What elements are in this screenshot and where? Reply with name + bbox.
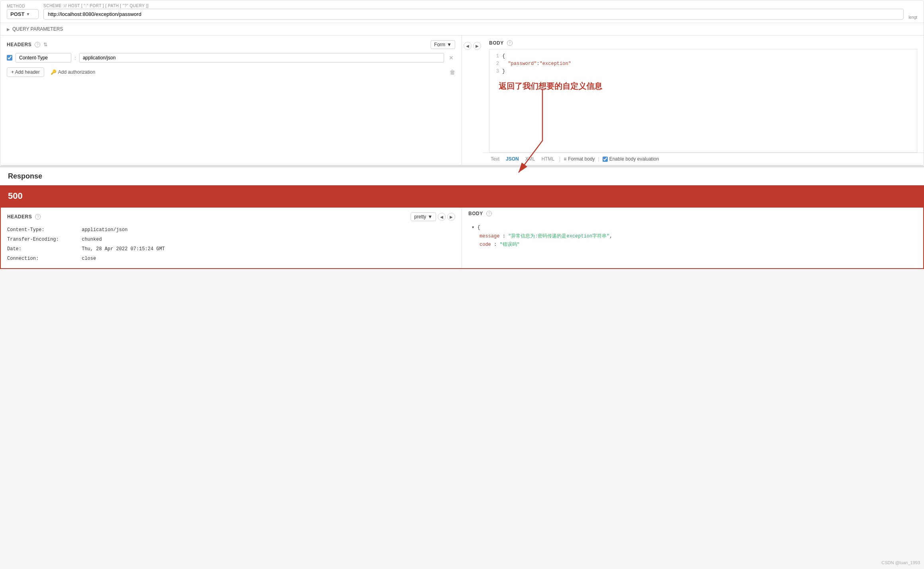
resp-body-brace-open: ▾ {	[472, 224, 914, 232]
headers-help-icon[interactable]: ?	[35, 42, 40, 47]
add-authorization-button[interactable]: 🔑 Add authorization	[47, 68, 98, 77]
enable-eval-label: Enable body evaluation	[603, 156, 659, 162]
resp-headers-title-group: HEADERS ?	[7, 214, 41, 220]
status-row: 500	[0, 185, 924, 207]
form-select[interactable]: Form ▼	[431, 40, 455, 49]
pretty-label: pretty	[414, 214, 426, 220]
code-content-2: "password":"exception"	[502, 60, 914, 68]
split-panel: HEADERS ? ⇅ Form ▼ : ✕ + Ad	[0, 35, 924, 165]
response-body-panel: BODY ? ▾ { message : "异常信息为:密码传递的是except…	[462, 208, 923, 268]
resp-header-row-2: Date: Thu, 28 Apr 2022 07:15:24 GMT	[7, 244, 455, 254]
add-header-button[interactable]: + Add header	[7, 67, 44, 77]
resp-header-key-3: Connection:	[7, 254, 79, 263]
pretty-select[interactable]: pretty ▼	[411, 212, 436, 221]
method-select[interactable]: POST ▼	[7, 9, 39, 19]
resp-message-key: message	[480, 233, 499, 239]
resp-header-val-0: application/json	[82, 227, 127, 233]
response-headers-list: Content-Type: application/json Transfer-…	[7, 225, 455, 263]
body-help-icon[interactable]: ?	[507, 40, 513, 46]
form-label: Form	[434, 42, 445, 47]
response-headers-panel: HEADERS ? pretty ▼ ◀ ▶ Content-Type: app…	[1, 208, 462, 268]
body-title: BODY	[489, 40, 504, 46]
resp-body-message-row: message : "异常信息为:密码传递的是exception字符串",	[472, 232, 914, 241]
code-content-3: }	[502, 68, 914, 75]
resp-code-value: "错误码"	[499, 242, 519, 247]
resp-message-value: "异常信息为:密码传递的是exception字符串"	[508, 233, 609, 239]
url-section: SCHEME :// HOST [ ":" PORT ] [ PATH [ "?…	[43, 4, 904, 20]
body-tab-text[interactable]: Text	[489, 155, 501, 163]
code-content-1: {	[502, 53, 914, 60]
status-bar-left: 500	[0, 185, 462, 207]
add-header-label: + Add header	[11, 69, 40, 75]
response-body-section: HEADERS ? pretty ▼ ◀ ▶ Content-Type: app…	[0, 207, 924, 269]
query-params-triangle-icon: ▶	[7, 27, 10, 31]
resp-header-row-1: Transfer-Encoding: chunked	[7, 235, 455, 244]
resp-header-val-2: Thu, 28 Apr 2022 07:15:24 GMT	[82, 246, 165, 252]
method-chevron-icon: ▼	[26, 12, 30, 16]
resp-body-title-group: BODY ?	[468, 211, 492, 216]
collapse-left-icon[interactable]: ◀	[464, 42, 472, 50]
headers-title-group: HEADERS ? ⇅	[7, 42, 47, 47]
query-params-toggle[interactable]: ▶ QUERY PARAMETERS	[7, 26, 917, 32]
resp-code-key: code	[480, 242, 491, 247]
resp-header-row-3: Connection: close	[7, 254, 455, 263]
resp-collapse-left-icon[interactable]: ◀	[438, 213, 446, 221]
response-title: Response	[8, 172, 42, 181]
headers-sort-icon[interactable]: ⇅	[43, 42, 47, 47]
body-header: BODY ?	[483, 35, 924, 49]
code-line-3: 3 }	[493, 68, 914, 75]
pretty-chevron-icon: ▼	[428, 214, 433, 220]
resp-header-row-0: Content-Type: application/json	[7, 225, 455, 235]
body-section-wrapper: ◀ ▶ BODY ? 1	[462, 35, 924, 165]
add-auth-label: Add authorization	[58, 69, 95, 75]
annotation-arrow-svg	[515, 81, 578, 192]
resp-header-key-2: Date:	[7, 244, 79, 254]
json-string-exception: "exception"	[540, 61, 571, 67]
method-section: METHOD POST ▼	[7, 4, 39, 19]
response-headers-help-icon[interactable]: ?	[35, 214, 41, 220]
response-headers-title: HEADERS	[7, 214, 32, 220]
collapse-right-icon[interactable]: ▶	[473, 42, 481, 50]
resp-body-help-icon[interactable]: ?	[486, 211, 492, 216]
resp-header-val-3: close	[82, 256, 96, 261]
response-header: Response	[0, 167, 924, 185]
query-params-label: QUERY PARAMETERS	[12, 26, 63, 32]
annotation-text: 返回了我们想要的自定义信息	[499, 81, 602, 92]
headers-panel-header: HEADERS ? ⇅ Form ▼	[7, 40, 455, 49]
method-label: METHOD	[7, 4, 39, 8]
header-colon-0: :	[74, 55, 76, 61]
header-key-input-0[interactable]	[16, 53, 71, 63]
method-value: POST	[10, 11, 24, 17]
body-tab-separator-2: |	[598, 156, 599, 162]
enable-eval-text: Enable body evaluation	[609, 156, 659, 162]
header-row-0: : ✕	[7, 53, 455, 63]
headers-title: HEADERS	[7, 42, 31, 47]
response-section: Response 500 HEADERS ? pretty ▼ ◀	[0, 166, 924, 269]
resp-expand-toggle[interactable]: ▾	[472, 225, 474, 230]
resp-body-header: BODY ?	[468, 211, 917, 216]
line-number-2: 2	[493, 60, 502, 68]
status-code: 500	[8, 191, 23, 201]
resp-header-key-1: Transfer-Encoding:	[7, 235, 79, 244]
headers-panel: HEADERS ? ⇅ Form ▼ : ✕ + Ad	[0, 35, 462, 165]
body-left-arrows: ◀ ▶	[462, 35, 483, 165]
json-key-password: "password"	[508, 61, 536, 67]
body-content-area: BODY ? 1 { 2	[483, 35, 924, 165]
resp-expand-icon[interactable]: ▶	[447, 213, 455, 221]
header-checkbox-0[interactable]	[7, 55, 12, 61]
resp-header-val-1: chunked	[82, 237, 102, 242]
enable-eval-checkbox[interactable]	[603, 157, 608, 162]
header-delete-icon-0[interactable]: ✕	[447, 54, 455, 62]
header-value-input-0[interactable]	[79, 53, 444, 63]
resp-body-code: ▾ { message : "异常信息为:密码传递的是exception字符串"…	[468, 220, 917, 253]
trash-icon[interactable]: 🗑	[450, 69, 455, 75]
code-line-1: 1 {	[493, 53, 914, 60]
url-label: SCHEME :// HOST [ ":" PORT ] [ PATH [ "?…	[43, 4, 904, 8]
form-chevron-icon: ▼	[447, 42, 452, 47]
url-input[interactable]	[43, 9, 904, 20]
line-number-1: 1	[493, 53, 502, 60]
line-number-3: 3	[493, 68, 502, 75]
length-label: lengt	[908, 15, 917, 20]
query-params-row: ▶ QUERY PARAMETERS	[0, 23, 924, 35]
resp-header-key-0: Content-Type:	[7, 225, 79, 235]
